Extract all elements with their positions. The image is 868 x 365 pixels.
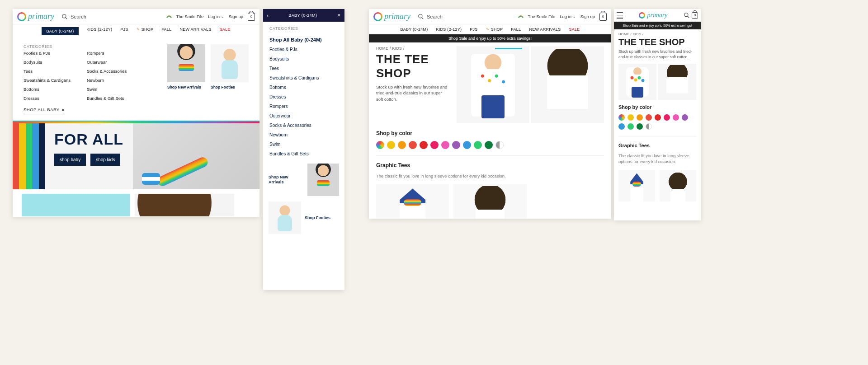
secondary-promo[interactable] [22, 194, 130, 216]
mm-link[interactable]: Bundles & Gift Sets [269, 151, 338, 156]
mm-link[interactable]: Tees [269, 66, 338, 71]
mm-link[interactable]: Dresses [269, 94, 338, 99]
color-swatch[interactable] [495, 141, 504, 149]
nav-sale[interactable]: SALE [569, 27, 580, 32]
bc-home[interactable]: HOME [376, 46, 388, 51]
hamburger-icon[interactable] [617, 12, 623, 19]
search-icon[interactable] [684, 12, 690, 19]
mm-link[interactable]: Tees [24, 69, 73, 74]
shop-baby-button[interactable]: shop baby [54, 154, 86, 166]
bc-kids[interactable]: KIDS [392, 46, 402, 51]
nav-shop[interactable]: ✎ SHOP [137, 27, 154, 35]
nav-pjs[interactable]: PJS [120, 27, 128, 35]
nav-kids[interactable]: KIDS (2-12Y) [436, 27, 462, 32]
mm-link[interactable]: Dresses [24, 96, 73, 101]
nav-baby[interactable]: BABY (0-24M) [400, 27, 428, 32]
login-link[interactable]: Log in ⌄ [208, 14, 224, 19]
nav-fall[interactable]: FALL [511, 27, 521, 32]
mm-link[interactable]: Socks & Accessories [269, 123, 338, 128]
mm-link[interactable]: Bundles & Gift Sets [87, 96, 137, 101]
color-swatch[interactable] [376, 141, 384, 149]
product-card[interactable] [660, 170, 696, 201]
color-swatch[interactable] [646, 123, 652, 130]
bag-icon[interactable]: 0 [599, 13, 607, 21]
color-swatch[interactable] [430, 141, 439, 149]
product-card[interactable] [618, 170, 655, 201]
bag-icon[interactable]: 0 [248, 13, 255, 21]
mm-link[interactable]: Swim [87, 87, 137, 92]
brand-logo[interactable]: primary [17, 12, 54, 21]
color-swatch[interactable] [637, 114, 643, 121]
nav-shop[interactable]: ✎ SHOP [486, 27, 503, 32]
color-swatch[interactable] [627, 114, 634, 121]
bag-icon[interactable]: 0 [692, 12, 698, 19]
color-swatch[interactable] [637, 123, 643, 130]
signup-link[interactable]: Sign up [580, 14, 595, 19]
mm-link-shop-all[interactable]: Shop All Baby (0-24M) [269, 37, 338, 42]
smile-file-link[interactable]: The Smile File [176, 14, 204, 19]
signup-link[interactable]: Sign up [229, 14, 243, 19]
mm-link[interactable]: Footies & PJs [24, 51, 73, 56]
nav-new[interactable]: NEW ARRIVALS [529, 27, 561, 32]
color-swatch[interactable] [409, 141, 417, 149]
mm-card-footies[interactable]: Shop Footies [211, 44, 249, 114]
color-swatch[interactable] [420, 141, 428, 149]
color-swatch[interactable] [441, 141, 449, 149]
product-card[interactable] [376, 184, 449, 219]
mm-link[interactable]: Footies & PJs [269, 47, 338, 52]
promo-banner[interactable]: Shop Sale and enjoy up to 50% extra savi… [369, 34, 611, 42]
mm-link[interactable]: Bodysuits [269, 56, 338, 61]
mm-link[interactable]: Socks & Accessories [87, 69, 137, 74]
shop-kids-button[interactable]: shop kids [90, 154, 120, 166]
color-swatch[interactable] [485, 141, 493, 149]
color-swatch[interactable] [682, 114, 688, 121]
brand-logo[interactable]: primary [639, 12, 667, 19]
nav-pjs[interactable]: PJS [470, 27, 477, 32]
mm-card-new-arrivals[interactable]: Shop New Arrivals [167, 44, 205, 114]
color-swatch[interactable] [618, 114, 625, 121]
mm-link[interactable]: Outerwear [269, 113, 338, 118]
secondary-image[interactable] [135, 194, 234, 216]
mm-link[interactable]: Newborn [87, 78, 137, 83]
search[interactable]: Search [61, 14, 86, 20]
product-card[interactable] [453, 184, 526, 219]
promo-banner[interactable]: Shop Sale and enjoy up to 50% extra savi… [614, 22, 701, 29]
color-swatch[interactable] [673, 114, 679, 121]
mobile-feature-new-arrivals[interactable]: Shop New Arrivals [263, 161, 344, 199]
close-icon[interactable]: ✕ [337, 13, 341, 18]
mobile-feature-footies[interactable]: Shop Footies [263, 199, 344, 237]
mm-link[interactable]: Sweatshirts & Cardigans [24, 78, 73, 83]
color-swatch[interactable] [452, 141, 460, 149]
mm-link[interactable]: Bodysuits [24, 60, 73, 65]
color-swatch[interactable] [387, 141, 395, 149]
color-swatch[interactable] [627, 123, 634, 130]
color-swatch[interactable] [664, 114, 670, 121]
mm-link[interactable]: Bottoms [269, 85, 338, 90]
color-swatch[interactable] [474, 141, 482, 149]
color-swatch[interactable] [398, 141, 406, 149]
mm-link[interactable]: Sweatshirts & Cardigans [269, 75, 338, 80]
mm-link[interactable]: Bottoms [24, 87, 73, 92]
nav-sale[interactable]: SALE [219, 27, 230, 35]
search[interactable]: Search [418, 14, 443, 20]
shop-all-baby-link[interactable]: SHOP ALL BABY▸ [24, 107, 65, 114]
mm-link[interactable]: Rompers [269, 104, 338, 109]
mm-link[interactable]: Rompers [87, 51, 137, 56]
svg-point-4 [684, 13, 688, 16]
nav-new[interactable]: NEW ARRIVALS [179, 27, 211, 35]
color-swatch[interactable] [463, 141, 471, 149]
bc-kids[interactable]: KIDS [632, 32, 641, 36]
color-swatch[interactable] [618, 123, 625, 130]
nav-baby[interactable]: BABY (0-24M) [42, 27, 78, 35]
bc-home[interactable]: HOME [618, 32, 629, 36]
brand-logo[interactable]: primary [373, 12, 410, 21]
login-link[interactable]: Log in ⌄ [560, 14, 576, 19]
mm-link[interactable]: Outerwear [87, 60, 137, 65]
nav-kids[interactable]: KIDS (2-12Y) [87, 27, 113, 35]
smile-file-link[interactable]: The Smile File [528, 14, 556, 19]
mm-link[interactable]: Newborn [269, 132, 338, 137]
mm-link[interactable]: Swim [269, 142, 338, 147]
color-swatch[interactable] [646, 114, 652, 121]
nav-fall[interactable]: FALL [161, 27, 171, 35]
color-swatch[interactable] [655, 114, 661, 121]
